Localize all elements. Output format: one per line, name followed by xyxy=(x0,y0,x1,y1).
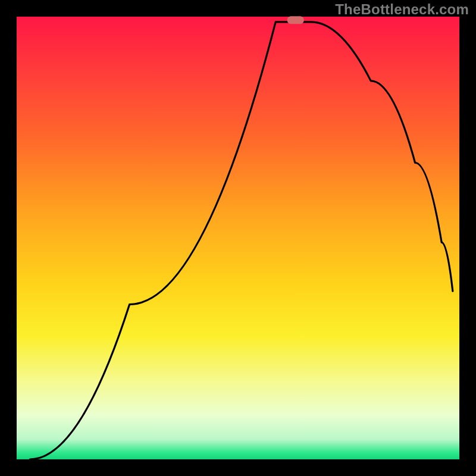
bottleneck-chart xyxy=(0,0,476,476)
watermark-text: TheBottleneck.com xyxy=(335,1,469,18)
optimal-marker xyxy=(287,16,304,24)
plot-background xyxy=(17,17,459,459)
chart-frame: TheBottleneck.com xyxy=(0,0,476,476)
